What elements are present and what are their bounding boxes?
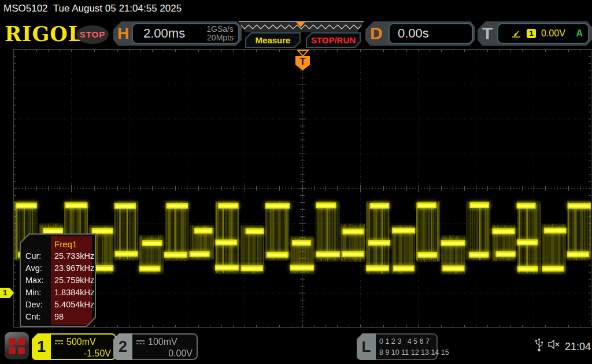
channel1-tab[interactable]: 1 — [32, 333, 51, 360]
channel1-widget[interactable]: 1 500mV -1.50V — [32, 333, 116, 360]
channel2-widget[interactable]: 2 100mV 0.00V — [113, 333, 198, 360]
trigger-position-triangle-icon[interactable] — [297, 50, 309, 57]
trigger-settings-box[interactable]: T 1 0.00V A — [478, 21, 592, 46]
waveform-graticule — [13, 49, 591, 328]
logic-tab[interactable]: L — [357, 333, 376, 360]
measurement-title: Freq1 — [54, 239, 77, 249]
channel2-offset: 0.00V — [136, 348, 193, 359]
measure-button[interactable]: Measure — [245, 32, 301, 48]
channel2-scale: 100mV — [148, 336, 177, 348]
delay-value: 0.00s — [398, 26, 429, 41]
menu-grid-icon — [9, 338, 25, 354]
timebase-box[interactable]: 2.00ms 1GSa/s 20Mpts — [132, 23, 239, 44]
channel1-offset: -1.50V — [54, 348, 111, 359]
menu-grid-button[interactable] — [5, 332, 29, 359]
delay-settings-box[interactable]: D 0.00s — [365, 21, 475, 46]
trigger-label: T — [482, 21, 493, 46]
dc-coupling-icon — [54, 339, 64, 346]
rigol-logo: RIGOL — [5, 22, 83, 46]
measurement-row: Dev:5.4054kHz — [21, 300, 95, 312]
horizontal-settings-box[interactable]: H 2.00ms 1GSa/s 20Mpts — [113, 21, 242, 46]
channel2-tab[interactable]: 2 — [113, 333, 132, 360]
channel1-scale: 500mV — [66, 336, 96, 348]
delay-label: D — [370, 21, 383, 46]
trigger-sweep-mode: A — [576, 28, 583, 39]
trigger-box[interactable]: 1 0.00V A — [497, 23, 589, 44]
measurement-row: Cur:25.733kHz — [21, 251, 95, 263]
memory-depth: 20Mpts — [207, 33, 234, 42]
dc-coupling-icon — [136, 339, 145, 346]
sample-rate: 1GSa/s — [206, 24, 234, 34]
delay-box[interactable]: 0.00s — [388, 23, 473, 44]
bottom-bar: 1 500mV -1.50V 2 — [0, 329, 592, 364]
header-bar: RIGOL STOP H 2.00ms 1GSa/s 20Mpts Measur… — [0, 17, 592, 49]
measurement-row: Avg:23.967kHz — [21, 263, 95, 276]
measurement-panel[interactable]: Freq1 Cur:25.733kHz Avg:23.967kHz Max:25… — [20, 233, 96, 327]
trigger-level-value: 0.00V — [541, 28, 565, 39]
speaker-muted-icon[interactable] — [547, 339, 560, 350]
screen-title-text: MSO5102 Tue August 05 21:04:55 2025 — [0, 0, 592, 17]
run-state-badge[interactable]: STOP — [76, 25, 109, 44]
logic-channels-widget[interactable]: L 0 1 2 3 4 5 6 78 9 10 11 12 13 14 15 — [357, 333, 438, 360]
trigger-source-badge: 1 — [527, 29, 536, 38]
usb-icon — [535, 337, 543, 352]
measurement-row: Max:25.759kHz — [21, 276, 95, 288]
clock: 21:04 — [565, 335, 591, 358]
timebase-value: 2.00ms — [143, 26, 185, 41]
waveform-preview-strip[interactable] — [238, 21, 364, 32]
horizontal-label: H — [117, 21, 129, 46]
channel1-level-marker[interactable]: 1 — [0, 288, 14, 298]
logic-row2: 8 9 10 11 12 13 14 15 — [379, 348, 449, 356]
trigger-slope-icon — [511, 29, 521, 38]
logic-row1: 0 1 2 3 4 5 6 7 — [379, 337, 430, 346]
preview-trigger-position-icon — [296, 22, 305, 27]
oscilloscope-screen: MSO5102 Tue August 05 21:04:55 2025 RIGO… — [0, 0, 592, 364]
measurement-row: Min:1.8384kHz — [21, 288, 95, 300]
stop-run-button[interactable]: STOP/RUN — [306, 32, 361, 48]
measurement-row: Cnt:98 — [21, 312, 95, 324]
